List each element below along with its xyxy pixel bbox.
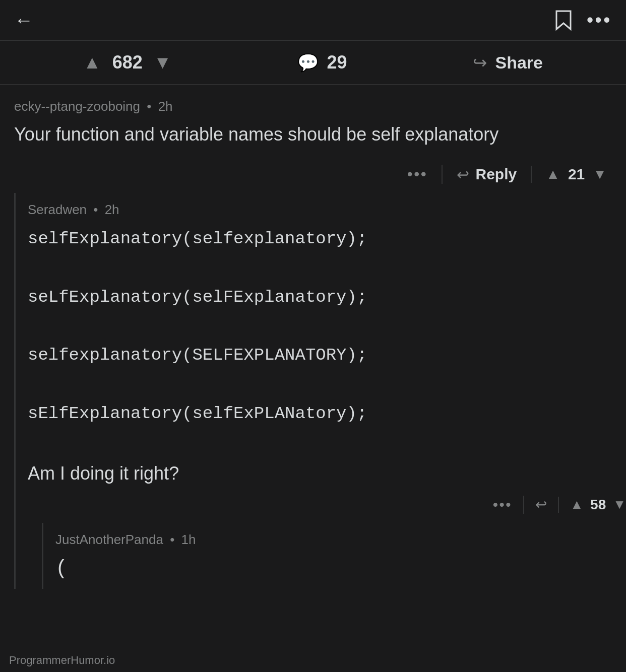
nested-reply-button[interactable]: ↩ bbox=[535, 496, 547, 513]
nested-comment-ellipsis[interactable]: ••• bbox=[493, 497, 523, 513]
main-comment-username[interactable]: ecky--ptang-zooboing bbox=[14, 99, 140, 114]
main-comment-vote: ▲ 21 ▼ bbox=[531, 166, 612, 183]
nested-comment-text: selfExplanatory(selfexplanatory); seLfEx… bbox=[28, 225, 626, 489]
vote-count: 682 bbox=[112, 52, 143, 73]
double-nested-dot: • bbox=[170, 532, 174, 547]
double-nested-username[interactable]: JustAnotherPanda bbox=[55, 532, 163, 547]
share-icon: ↪ bbox=[473, 52, 487, 73]
code-line-3: selfexplanatory(SELFEXPLANATORY); bbox=[28, 341, 626, 370]
code-line-4: sElfExplanatory(selfExPLANatory); bbox=[28, 399, 626, 429]
watermark: ProgrammerHumor.io bbox=[9, 654, 115, 667]
nested-vote-count: 58 bbox=[590, 497, 606, 513]
comment-icon: 💬 bbox=[297, 52, 319, 73]
reply-icon: ↩ bbox=[457, 166, 469, 183]
double-nested-meta: JustAnotherPanda • 1h bbox=[55, 532, 626, 548]
comment-section: 💬 29 bbox=[297, 52, 347, 73]
reply-label: Reply bbox=[475, 166, 517, 183]
share-section[interactable]: ↪ Share bbox=[473, 52, 543, 73]
nested-comment-actions: ••• ↩ ▲ 58 ▼ bbox=[28, 489, 626, 523]
upvote-button[interactable]: ▲ bbox=[83, 52, 101, 73]
downvote-button[interactable]: ▼ bbox=[154, 52, 172, 73]
back-button[interactable]: ← bbox=[14, 10, 33, 31]
nested-comment-meta: Seradwen • 2h bbox=[28, 202, 626, 218]
double-nested-text: ( bbox=[55, 555, 626, 584]
meta-dot: • bbox=[147, 99, 151, 114]
nested-comment-time: 2h bbox=[105, 202, 119, 217]
bookmark-icon[interactable] bbox=[554, 9, 573, 31]
main-comment-meta: ecky--ptang-zooboing • 2h bbox=[14, 99, 612, 114]
action-divider-1 bbox=[442, 165, 443, 184]
main-comment-reply-button[interactable]: ↩ Reply bbox=[457, 166, 531, 183]
nested-comment-username[interactable]: Seradwen bbox=[28, 202, 87, 217]
nested-meta-dot: • bbox=[93, 202, 98, 217]
code-line-1: selfExplanatory(selfexplanatory); bbox=[28, 225, 626, 254]
double-nested-time: 1h bbox=[181, 532, 196, 547]
nested-comment-vote: ▲ 58 ▼ bbox=[558, 497, 626, 513]
main-comment-time: 2h bbox=[158, 99, 173, 114]
top-bar: ← ••• bbox=[0, 0, 626, 40]
main-comment-actions: ••• ↩ Reply ▲ 21 ▼ bbox=[14, 160, 612, 193]
comment-count: 29 bbox=[327, 52, 347, 73]
share-label: Share bbox=[495, 53, 543, 73]
nested-downvote-button[interactable]: ▼ bbox=[613, 497, 626, 512]
vote-section: ▲ 682 ▼ bbox=[83, 52, 171, 73]
nested-upvote-button[interactable]: ▲ bbox=[570, 497, 583, 512]
main-comment-ellipsis[interactable]: ••• bbox=[407, 166, 442, 183]
vote-bar: ▲ 682 ▼ 💬 29 ↪ Share bbox=[0, 40, 626, 85]
double-nested-comment: JustAnotherPanda • 1h ( bbox=[42, 523, 626, 589]
main-comment-text: Your function and variable names should … bbox=[14, 121, 612, 148]
nested-comment: Seradwen • 2h selfExplanatory(selfexplan… bbox=[14, 193, 626, 589]
main-upvote-button[interactable]: ▲ bbox=[546, 166, 560, 182]
more-options-button[interactable]: ••• bbox=[587, 11, 612, 29]
main-comment: ecky--ptang-zooboing • 2h Your function … bbox=[0, 85, 626, 193]
main-comment-vote-count: 21 bbox=[568, 166, 585, 183]
nested-action-divider bbox=[523, 496, 524, 514]
top-bar-right: ••• bbox=[554, 9, 612, 31]
code-line-5: Am I doing it right? bbox=[28, 458, 626, 489]
code-line-2: seLfExplanatory(selFExplanatory); bbox=[28, 283, 626, 312]
nested-reply-icon: ↩ bbox=[535, 496, 547, 513]
main-downvote-button[interactable]: ▼ bbox=[593, 166, 607, 182]
